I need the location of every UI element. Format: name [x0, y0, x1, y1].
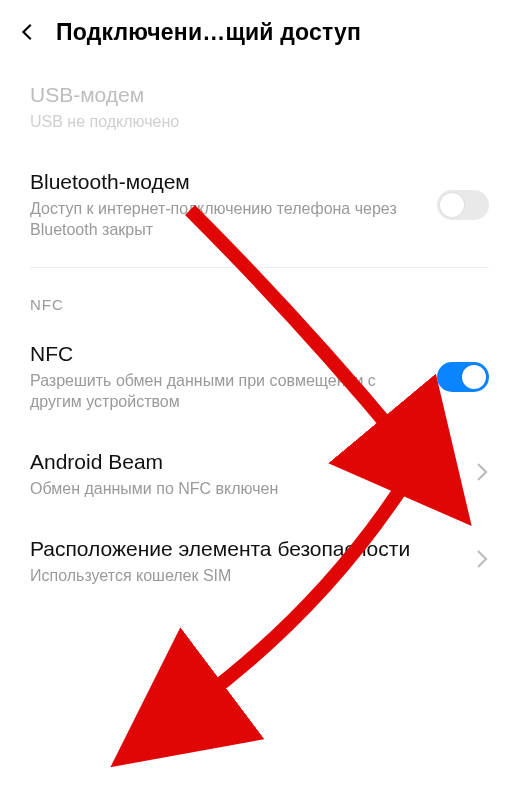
chevron-left-icon — [17, 21, 39, 43]
android-beam-sub: Обмен данными по NFC включен — [30, 479, 463, 500]
nfc-title: NFC — [30, 341, 425, 367]
bluetooth-modem-title: Bluetooth-модем — [30, 169, 425, 195]
bluetooth-modem-toggle[interactable] — [437, 190, 489, 220]
bluetooth-modem-item[interactable]: Bluetooth-модем Доступ к интернет-подклю… — [0, 151, 519, 259]
back-button[interactable] — [8, 12, 48, 52]
chevron-right-icon — [475, 461, 489, 487]
secure-element-item[interactable]: Расположение элемента безопасности Испол… — [0, 518, 519, 605]
bluetooth-modem-sub: Доступ к интернет-подключению телефона ч… — [30, 199, 425, 241]
android-beam-title: Android Beam — [30, 449, 463, 475]
nfc-item[interactable]: NFC Разрешить обмен данными при совмещен… — [0, 323, 519, 431]
nfc-toggle[interactable] — [437, 362, 489, 392]
nfc-sub: Разрешить обмен данными при совмещении с… — [30, 371, 425, 413]
secure-element-title: Расположение элемента безопасности — [30, 536, 463, 562]
app-header: Подключени…щий доступ — [0, 0, 519, 64]
nfc-section-header: NFC — [0, 268, 519, 323]
android-beam-item[interactable]: Android Beam Обмен данными по NFC включе… — [0, 431, 519, 518]
usb-modem-sub: USB не подключено — [30, 112, 477, 133]
secure-element-sub: Используется кошелек SIM — [30, 566, 463, 587]
page-title: Подключени…щий доступ — [56, 19, 361, 46]
usb-modem-title: USB-модем — [30, 82, 477, 108]
chevron-right-icon — [475, 548, 489, 574]
usb-modem-item: USB-модем USB не подключено — [0, 64, 519, 151]
